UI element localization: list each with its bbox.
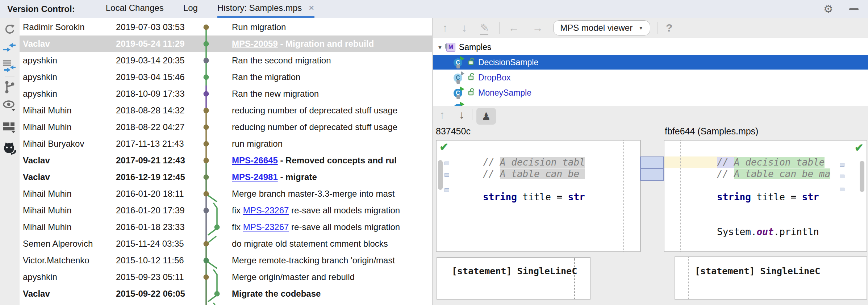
commit-graph — [197, 235, 232, 252]
concept-icon: C — [453, 57, 464, 68]
commit-row[interactable]: Semen Alperovich2015-11-24 03:35do migra… — [20, 235, 432, 252]
scrollbar-thumb[interactable] — [438, 160, 443, 190]
commit-row[interactable]: Radimir Sorokin2019-07-03 03:53Run migra… — [20, 19, 432, 35]
message-text: re-save all models migration — [289, 222, 400, 232]
commit-author: Mihail Muhin — [20, 222, 116, 232]
tab-log[interactable]: Log — [183, 0, 198, 18]
hide-panel-icon[interactable] — [849, 8, 859, 10]
code-editor-right[interactable]: // A decision table// A table can be ma … — [717, 156, 830, 238]
commit-row[interactable]: apyshkin2018-10-09 17:33Ran the new migr… — [20, 85, 432, 102]
tree-root-label: Samples — [459, 42, 491, 52]
commit-graph — [197, 102, 232, 119]
tab-history-samples[interactable]: History: Samples.mps ✕ — [217, 0, 314, 18]
soft-wrap-guide — [574, 258, 575, 299]
viewer-mode-dropdown[interactable]: MPS model viewer ▼ — [553, 20, 650, 35]
tree-item-label: DropBox — [478, 73, 510, 83]
collapse-list-icon[interactable] — [3, 59, 16, 75]
commit-row[interactable]: apyshkin2015-09-23 05:11Merge origin/mas… — [20, 269, 432, 285]
layout-icon[interactable] — [2, 121, 17, 135]
gutter-separator — [680, 141, 681, 251]
commit-date: 2019-03-14 20:35 — [116, 55, 197, 66]
commit-row[interactable]: Vaclav2019-05-24 11:29MPS-20059 - Migrat… — [20, 35, 432, 52]
commit-message: fix MPS-23267 re-save all models migrati… — [232, 205, 432, 216]
gear-icon[interactable]: ⚙ — [823, 4, 833, 14]
preview-eye-icon[interactable] — [2, 99, 17, 114]
chevron-expanded-icon[interactable]: ▼ — [437, 44, 443, 50]
tab-label: History: Samples.mps — [217, 3, 302, 13]
refresh-icon[interactable] — [3, 22, 16, 37]
commit-date: 2019-03-04 15:46 — [116, 72, 197, 82]
issue-link[interactable]: MPS-26645 — [232, 155, 278, 165]
issue-link[interactable]: MPS-23267 — [243, 222, 289, 232]
commit-row[interactable]: Mihail Muhin2016-01-18 23:33fix MPS-2326… — [20, 219, 432, 235]
diff-pane-right[interactable]: ✔ // A decision table// A table can be m… — [664, 140, 867, 252]
pin-toggle-button[interactable]: ♟ — [476, 108, 496, 125]
commit-author: apyshkin — [20, 89, 116, 99]
github-icon[interactable] — [2, 141, 17, 157]
branch-icon[interactable] — [3, 80, 16, 95]
previous-difference-icon[interactable]: ↑ — [439, 109, 445, 120]
code-editor-left[interactable]: // A decision tabl// A table can be stri… — [483, 156, 585, 203]
tree-root-samples[interactable]: ▼ M Samples — [433, 40, 868, 54]
collapse-arrows-icon[interactable] — [3, 41, 16, 55]
commit-row[interactable]: Vaclav2017-09-21 12:43MPS-26645 - Remove… — [20, 152, 432, 169]
tab-local-changes[interactable]: Local Changes — [106, 0, 164, 18]
commit-row[interactable]: Mihail Muhin2016-01-20 17:39fix MPS-2326… — [20, 202, 432, 219]
tree-item-partial[interactable]: C — [433, 101, 868, 106]
fold-marker-icon[interactable] — [840, 175, 844, 178]
commit-date: 2016-01-18 23:33 — [116, 222, 197, 232]
fold-marker-icon[interactable] — [840, 188, 844, 191]
commit-message: Merge origin/master and rebuild — [232, 272, 432, 282]
diff-connector-band — [640, 156, 664, 169]
commit-row[interactable]: Mihail Muhin2018-08-28 14:32reducing num… — [20, 102, 432, 119]
diff-root-cell-right[interactable]: [statement] SingleLineC — [675, 256, 867, 300]
model-tree: ▼ M Samples C DecisionSample C DropBox C — [433, 38, 868, 106]
message-text: Ran the new migration — [232, 89, 319, 99]
commit-author: Vaclav — [20, 39, 116, 49]
commit-row[interactable]: Vaclav2016-12-19 12:45MPS-24981 - migrat… — [20, 169, 432, 185]
issue-link[interactable]: MPS-23267 — [243, 205, 289, 215]
code-line: // A decision tabl — [483, 156, 585, 168]
commit-row[interactable]: Mihail Muhin2018-08-22 04:27reducing num… — [20, 119, 432, 135]
commit-row[interactable]: Mihail Buryakov2017-11-13 21:43run migra… — [20, 135, 432, 152]
edit-source-icon[interactable]: ✎ — [480, 22, 489, 33]
commit-history-table[interactable]: Radimir Sorokin2019-07-03 03:53Run migra… — [20, 18, 433, 305]
tree-item-decisionsample[interactable]: C DecisionSample — [433, 55, 868, 70]
commit-row[interactable] — [20, 302, 432, 305]
commit-row[interactable]: Mihail Muhin2016-01-20 18:11Merge branch… — [20, 185, 432, 202]
commit-row[interactable]: apyshkin2019-03-04 15:46Ran the migratio… — [20, 69, 432, 85]
commit-author: apyshkin — [20, 272, 116, 282]
commit-author: Vaclav — [20, 172, 116, 182]
code-line — [483, 180, 585, 191]
close-tab-icon[interactable]: ✕ — [308, 4, 314, 12]
fold-marker-icon[interactable] — [445, 188, 449, 192]
commit-row[interactable]: apyshkin2019-03-14 20:35Ran the second m… — [20, 52, 432, 69]
commit-message: Merge remote-tracking branch 'origin/mas… — [232, 255, 432, 266]
tree-item-moneysample[interactable]: C MoneySample — [433, 85, 868, 100]
fold-marker-icon[interactable] — [445, 162, 449, 165]
next-difference-icon[interactable]: ↓ — [459, 109, 464, 120]
up-arrow-icon[interactable]: ↑ — [442, 22, 448, 33]
toolbar-divider — [499, 22, 500, 34]
scrollbar-thumb[interactable] — [860, 161, 864, 192]
commit-author: Victor.Matchenko — [20, 255, 116, 266]
message-text: Merge branch master-3.3-merge into mast — [232, 189, 395, 199]
down-arrow-icon[interactable]: ↓ — [462, 22, 467, 33]
commit-date: 2019-07-03 03:53 — [116, 22, 197, 32]
fold-marker-icon[interactable] — [840, 163, 844, 167]
code-line — [717, 180, 830, 191]
tree-item-dropbox[interactable]: C DropBox — [433, 70, 868, 85]
commit-graph — [197, 219, 232, 235]
left-revision-label: 837450c — [436, 126, 471, 137]
diff-root-cell-left[interactable]: [statement] SingleLineC — [437, 257, 591, 300]
back-arrow-icon[interactable]: ← — [508, 22, 519, 33]
fold-marker-icon[interactable] — [445, 173, 449, 177]
issue-link[interactable]: MPS-24981 — [232, 172, 278, 182]
commit-row[interactable]: Victor.Matchenko2015-10-12 11:56Merge re… — [20, 252, 432, 269]
diff-pane-left[interactable]: ✔ // A decision tabl// A table can be st… — [436, 140, 641, 252]
commit-row[interactable]: Vaclav2015-09-22 06:05Migrate the codeba… — [20, 285, 432, 302]
help-icon[interactable]: ? — [666, 22, 672, 34]
issue-link[interactable]: MPS-20059 — [232, 39, 278, 49]
forward-arrow-icon[interactable]: → — [532, 22, 543, 33]
commit-author: Semen Alperovich — [20, 239, 116, 249]
